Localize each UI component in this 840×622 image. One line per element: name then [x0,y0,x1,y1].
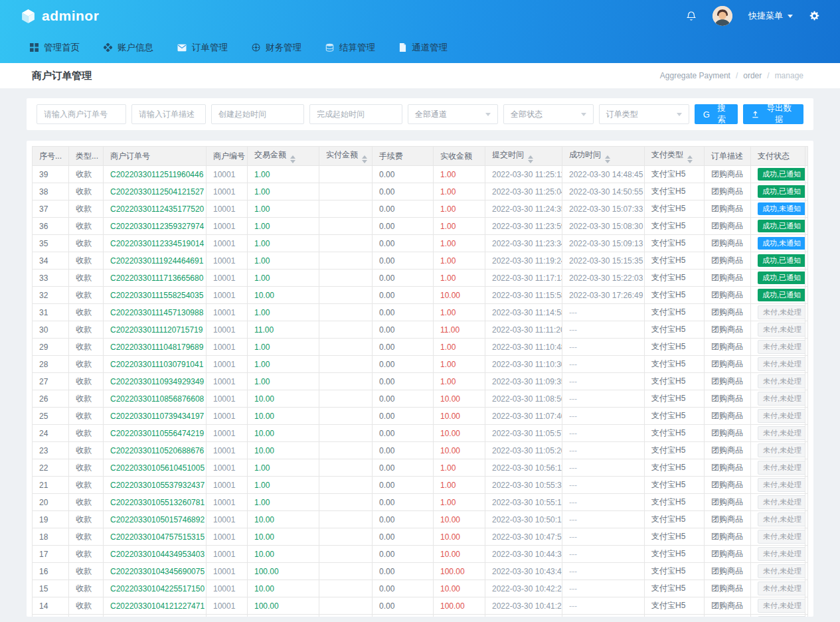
column-header-pay_type[interactable]: 支付类型 [645,147,705,166]
filter-input-create-start-time[interactable] [211,104,304,124]
nav-item-channels[interactable]: 通道管理 [389,32,458,63]
cell-type: 收款 [69,477,104,494]
cell-merchant_no: 10001 [207,339,248,356]
cell-fee: 0.00 [373,580,434,597]
export-button[interactable]: 导出数据 [743,104,803,124]
table-row: 23收款C202203301105206886761000110.000.001… [33,442,808,459]
quick-menu-button[interactable]: 快捷菜单 [748,10,793,22]
column-header-success_time[interactable]: 成功时间 [562,147,645,166]
table-row: 33收款C20220330111713665680100011.000.001.… [33,270,808,287]
bell-icon[interactable] [686,11,697,22]
cell-received_amount: 10.00 [434,390,485,408]
cell-pay_type: 支付宝H5 [645,390,705,408]
cell-paid_amount [319,477,373,494]
cell-fee: 0.00 [373,356,434,373]
column-header-type: 类型... [69,147,104,166]
nav-item-orders[interactable]: 订单管理 [167,32,238,63]
cell-order_desc: 团购商品 [705,356,751,373]
sort-icon[interactable] [528,155,533,163]
cell-merchant_no: 10001 [207,321,248,339]
cell-submit_time: 2022-03-30 10:43:45 [485,563,562,580]
cell-submit_time: 2022-03-30 11:07:40 [485,408,562,425]
cell-paid_amount [319,183,373,200]
cell-pay_type: 支付宝H5 [645,408,705,425]
avatar[interactable] [713,6,732,26]
nav-item-dashboard[interactable]: 管理首页 [20,32,90,63]
cell-trade_amount: 1.00 [248,166,319,183]
cell-trade_amount: 100.00 [248,563,319,580]
cell-merchant_no: 10001 [207,597,248,615]
envelope-icon [177,44,187,52]
cell-success_time: --- [562,511,645,528]
filter-select-channel[interactable]: 全部通道 [408,104,498,124]
sort-icon[interactable] [290,155,295,163]
status-badge: 成功,未通知 [758,237,805,250]
cell-order_no: C20220330112511960446 [104,166,207,183]
cell-merchant_no: 10001 [207,252,248,270]
cell-fee: 0.00 [373,373,434,390]
cell-paid_amount [319,270,373,287]
cell-merchant_no: 10001 [207,183,248,200]
cell-success_time: --- [562,339,645,356]
nav-item-account[interactable]: 账户信息 [94,32,163,63]
brand-logo[interactable]: adminor [20,8,99,25]
cell-filler [805,287,808,304]
cell-success_time: --- [562,494,645,511]
status-badge: 成功,已通知 [758,168,805,181]
filter-select-status[interactable]: 全部状态 [503,104,594,124]
cell-submit_time: 2022-03-30 11:24:35 [485,200,562,218]
nav-item-finance[interactable]: 财务管理 [242,32,311,63]
cell-pay_status: 未付,未处理 [751,356,805,373]
filter-input-merchant-order-no[interactable] [37,104,126,124]
column-header-paid_amount[interactable]: 实付金额 [319,147,373,166]
filter-input-order-desc[interactable] [131,104,206,124]
cell-pay_status: 成功,已通知 [751,166,805,183]
cell-type: 收款 [69,425,104,442]
export-icon [752,111,759,118]
gear-icon[interactable] [809,11,820,22]
cell-index: 32 [33,287,69,304]
cell-index: 19 [33,511,69,528]
cell-success_time: 2022-03-30 15:15:35 [562,252,645,270]
nav-item-settlement[interactable]: 结算管理 [315,32,385,63]
status-badge: 未付,未处理 [758,426,805,440]
topbar-right: 快捷菜单 [686,6,820,26]
cell-pay_status: 未付,未处理 [751,339,805,356]
table-row: 35收款C20220330112334519014100011.000.001.… [33,235,808,252]
cell-order_desc: 团购商品 [705,563,751,580]
sort-icon[interactable] [362,155,367,163]
status-badge: 未付,未处理 [758,461,805,475]
cell-order_desc: 团购商品 [705,546,751,563]
filter-input-finish-start-time[interactable] [309,104,402,124]
cell-trade_amount: 1.00 [248,477,319,494]
cell-submit_time: 2022-03-30 10:44:34 [485,546,562,563]
sort-icon[interactable] [687,155,693,163]
cell-success_time: --- [562,408,645,425]
cell-paid_amount [319,218,373,235]
breadcrumb-item[interactable]: order [743,71,762,80]
cell-fee: 0.00 [373,408,434,425]
table-row: 21收款C20220330105537932437100011.000.001.… [33,477,808,494]
cell-success_time: --- [562,477,645,494]
cell-paid_amount [319,528,373,546]
search-button[interactable]: G 搜索 [695,104,738,124]
cell-order_desc: 团购商品 [705,339,751,356]
cell-success_time: --- [562,442,645,459]
cell-index: 17 [33,546,69,563]
cell-pay_status: 未付,未处理 [751,477,805,494]
sort-icon[interactable] [605,155,610,163]
column-header-trade_amount[interactable]: 交易金额 [248,147,319,166]
breadcrumb-item[interactable]: Aggregate Payment [660,71,730,80]
cell-pay_status: 成功,已通知 [751,270,805,287]
cell-pay_type: 支付宝H5 [645,477,705,494]
cell-type: 收款 [69,200,104,218]
filter-select-order-type[interactable]: 订单类型 [599,104,689,124]
cell-fee: 0.00 [373,390,434,408]
cell-pay_type: 支付宝H5 [645,528,705,546]
cell-index: 27 [33,373,69,390]
cell-submit_time: 2022-03-30 11:14:58 [485,304,562,321]
column-header-fee: 手续费 [373,147,434,166]
column-header-submit_time[interactable]: 提交时间 [485,147,562,166]
cell-merchant_no: 10001 [207,459,248,477]
cell-paid_amount [319,304,373,321]
